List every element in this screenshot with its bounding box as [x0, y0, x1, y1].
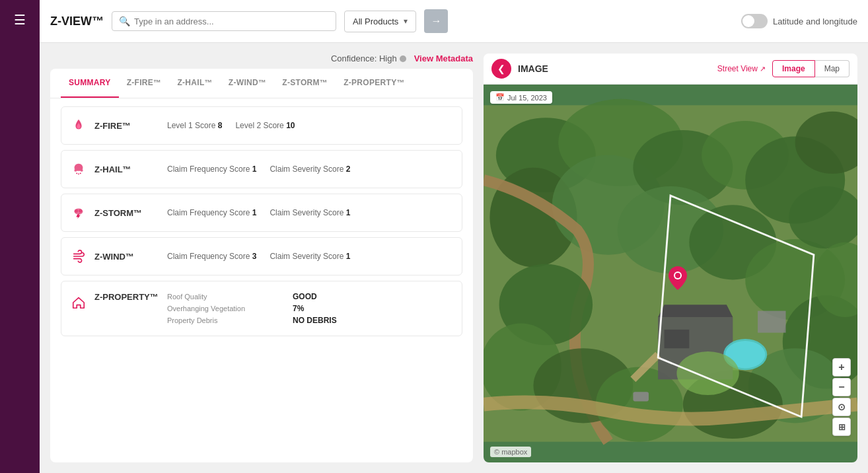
zwind-scores: Claim Frequency Score 3 Claim Severity S…	[167, 252, 454, 261]
zwind-sev: Claim Severity Score 1	[270, 252, 350, 261]
zfire-scores: Level 1 Score 8 Level 2 Score 10	[167, 121, 454, 130]
tab-zfire[interactable]: Z-FIRE™	[119, 69, 170, 98]
zstorm-freq: Claim Frequency Score 1	[167, 208, 256, 217]
zoom-in-button[interactable]: +	[832, 358, 851, 377]
main-content: Z-VIEW™ 🔍 All Products ▾ → Latitude and …	[40, 0, 868, 473]
toggle-container: Latitude and longitude	[741, 14, 857, 28]
body-area: Confidence: High View Metadata SUMMARY Z…	[40, 43, 868, 473]
search-input[interactable]	[134, 17, 329, 26]
search-icon: 🔍	[119, 16, 130, 26]
map-location-pin	[669, 266, 687, 293]
map-view-tabs: Image Map	[772, 60, 850, 77]
zhail-sev: Claim Severity Score 2	[270, 164, 350, 174]
confidence-label: Confidence: High	[331, 54, 406, 63]
zoom-out-button[interactable]: −	[832, 378, 851, 396]
right-panel: ❮ IMAGE Street View ↗ Image Map	[484, 54, 857, 462]
layers-button[interactable]: ⊞	[832, 418, 851, 436]
tab-zwind[interactable]: Z-WIND™	[221, 69, 274, 98]
vegetation-value: 7%	[293, 304, 304, 313]
vegetation-label: Overhanging Vegetation	[167, 305, 253, 312]
go-arrow-icon: →	[431, 15, 441, 27]
roof-quality-label: Roof Quality	[167, 293, 253, 301]
menu-icon[interactable]: ☰	[14, 13, 26, 26]
zfire-name: Z-FIRE™	[94, 121, 161, 131]
back-button[interactable]: ❮	[491, 59, 511, 79]
roof-quality-value: GOOD	[293, 292, 317, 301]
street-view-label: Street View	[717, 64, 758, 73]
product-row-zwind: Z-WIND™ Claim Frequency Score 3 Claim Se…	[61, 237, 462, 275]
zhail-scores: Claim Frequency Score 1 Claim Severity S…	[167, 164, 454, 174]
product-row-zstorm: Z-STORM™ Claim Frequency Score 1 Claim S…	[61, 194, 462, 232]
header: Z-VIEW™ 🔍 All Products ▾ → Latitude and …	[40, 0, 868, 43]
map-tab-map[interactable]: Map	[815, 60, 850, 77]
zwind-icon	[69, 247, 88, 266]
product-row-zhail: Z-HAIL™ Claim Frequency Score 1 Claim Se…	[61, 150, 462, 188]
svg-point-0	[76, 173, 77, 174]
svg-point-5	[79, 209, 83, 213]
roof-quality-row: Roof Quality GOOD	[167, 292, 337, 301]
tab-zstorm[interactable]: Z-STORM™	[274, 69, 336, 98]
zstorm-sev: Claim Severity Score 1	[270, 208, 350, 217]
go-button[interactable]: →	[424, 9, 448, 33]
zproperty-details: Roof Quality GOOD Overhanging Vegetation…	[167, 292, 337, 325]
svg-rect-30	[758, 311, 785, 333]
svg-rect-32	[633, 392, 649, 401]
summary-tabs: SUMMARY Z-FIRE™ Z-HAIL™ Z-WIND™ Z-STORM™…	[50, 69, 473, 98]
product-row-zfire: Z-FIRE™ Level 1 Score 8 Level 2 Score 10	[61, 106, 462, 145]
location-button[interactable]: ⊙	[832, 398, 851, 416]
zfire-icon	[69, 116, 88, 135]
zstorm-icon	[69, 203, 88, 222]
map-date: Jul 15, 2023	[507, 94, 547, 102]
vegetation-row: Overhanging Vegetation 7%	[167, 304, 337, 313]
product-row-zproperty: Z-PROPERTY™ Roof Quality GOOD Overhangin…	[61, 281, 462, 336]
summary-card: SUMMARY Z-FIRE™ Z-HAIL™ Z-WIND™ Z-STORM™…	[50, 69, 473, 462]
product-dropdown[interactable]: All Products ▾	[344, 11, 416, 32]
map-controls: + − ⊙ ⊞	[832, 358, 851, 436]
zfire-level2: Level 2 Score 10	[235, 121, 295, 130]
svg-point-1	[78, 173, 79, 174]
confidence-bar: Confidence: High View Metadata	[50, 54, 473, 69]
svg-point-31	[676, 351, 739, 395]
confidence-text: Confidence: High	[331, 54, 397, 63]
tab-summary[interactable]: SUMMARY	[61, 69, 119, 98]
zstorm-scores: Claim Frequency Score 1 Claim Severity S…	[167, 208, 454, 217]
debris-row: Property Debris NO DEBRIS	[167, 316, 337, 325]
debris-label: Property Debris	[167, 316, 253, 324]
calendar-icon: 📅	[495, 93, 505, 102]
mapbox-logo: © mapbox	[490, 447, 531, 457]
tab-zhail[interactable]: Z-HAIL™	[169, 69, 220, 98]
external-link-icon: ↗	[760, 65, 766, 73]
zproperty-name: Z-PROPERTY™	[94, 292, 161, 302]
zstorm-name: Z-STORM™	[94, 208, 161, 218]
chevron-down-icon: ▾	[404, 17, 408, 26]
zproperty-icon	[69, 293, 88, 312]
back-icon: ❮	[497, 63, 505, 74]
svg-marker-26	[658, 305, 733, 317]
confidence-dot-icon	[400, 55, 406, 62]
products-container: Z-FIRE™ Level 1 Score 8 Level 2 Score 10	[50, 98, 473, 462]
view-metadata-link[interactable]: View Metadata	[414, 54, 473, 63]
map-header: ❮ IMAGE Street View ↗ Image Map	[484, 54, 857, 85]
svg-point-4	[75, 209, 79, 213]
tab-zproperty[interactable]: Z-PROPERTY™	[336, 69, 413, 98]
map-area: 📅 Jul 15, 2023 + − ⊙ ⊞	[484, 85, 857, 462]
map-title: IMAGE	[518, 63, 711, 74]
logo: Z-VIEW™	[50, 15, 104, 28]
debris-value: NO DEBRIS	[293, 316, 337, 325]
street-view-link[interactable]: Street View ↗	[717, 64, 766, 73]
sidebar: ☰	[0, 0, 40, 473]
search-container: 🔍	[112, 11, 336, 31]
lat-lng-toggle[interactable]	[741, 14, 768, 28]
map-date-badge: 📅 Jul 15, 2023	[490, 91, 552, 104]
zhail-icon	[69, 160, 88, 178]
map-tab-image[interactable]: Image	[772, 60, 815, 77]
svg-point-2	[80, 173, 81, 174]
zfire-level1: Level 1 Score 8	[167, 121, 222, 130]
zhail-freq: Claim Frequency Score 1	[167, 164, 256, 174]
zwind-freq: Claim Frequency Score 3	[167, 252, 256, 261]
zhail-name: Z-HAIL™	[94, 164, 161, 174]
zwind-name: Z-WIND™	[94, 252, 161, 262]
mapbox-label: © mapbox	[494, 448, 527, 456]
product-dropdown-label: All Products	[353, 17, 398, 26]
svg-point-37	[675, 273, 680, 278]
